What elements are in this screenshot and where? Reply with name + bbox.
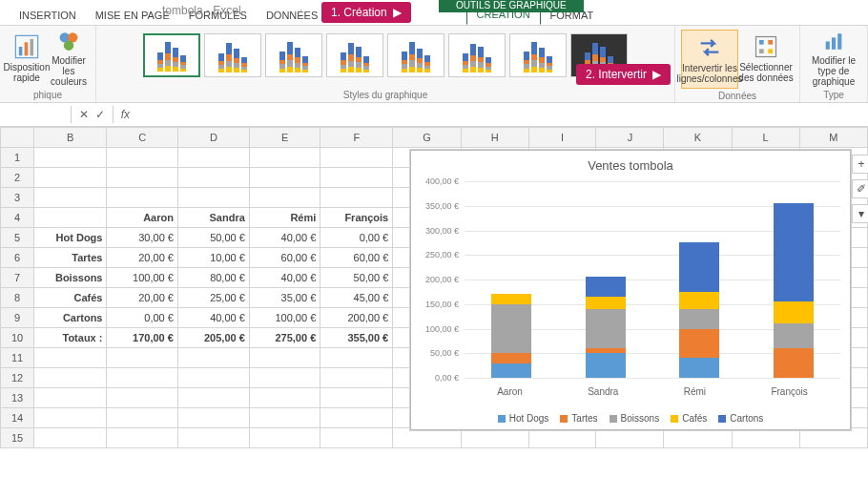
row-header[interactable]: 13 bbox=[1, 388, 34, 408]
chart-style-thumb[interactable] bbox=[265, 33, 322, 77]
cell[interactable]: 100,00 € bbox=[249, 308, 320, 328]
cell[interactable]: 45,00 € bbox=[320, 288, 393, 308]
cell[interactable] bbox=[107, 408, 177, 428]
cell[interactable] bbox=[249, 348, 320, 368]
cell[interactable] bbox=[177, 348, 249, 368]
cell[interactable]: François bbox=[320, 208, 393, 228]
chart-style-thumb[interactable] bbox=[326, 33, 383, 77]
chart-title[interactable]: Ventes tombola bbox=[411, 151, 850, 176]
bar-column[interactable] bbox=[679, 181, 719, 378]
legend-item[interactable]: Tartes bbox=[560, 413, 597, 424]
cell[interactable] bbox=[177, 428, 249, 448]
cell[interactable]: 100,00 € bbox=[107, 268, 177, 288]
cell[interactable]: 60,00 € bbox=[320, 248, 393, 268]
cell[interactable] bbox=[320, 168, 393, 188]
cell[interactable] bbox=[249, 408, 320, 428]
cell[interactable]: Cartons bbox=[34, 308, 107, 328]
cell[interactable] bbox=[320, 388, 393, 408]
fx-icon[interactable]: fx bbox=[121, 108, 130, 121]
cell[interactable] bbox=[177, 388, 249, 408]
column-header[interactable]: D bbox=[177, 128, 249, 148]
cell[interactable] bbox=[34, 168, 107, 188]
cell[interactable] bbox=[320, 148, 393, 168]
chart-plot-area[interactable]: 0,00 €50,00 €100,00 €150,00 €200,00 €250… bbox=[465, 181, 840, 378]
bar-segment[interactable] bbox=[586, 353, 626, 378]
cell[interactable] bbox=[34, 428, 107, 448]
bar-segment[interactable] bbox=[774, 301, 814, 323]
cell[interactable] bbox=[320, 188, 393, 208]
bar-segment[interactable] bbox=[679, 358, 719, 378]
bar-segment[interactable] bbox=[491, 304, 531, 354]
cell[interactable] bbox=[320, 348, 393, 368]
bar-segment[interactable] bbox=[774, 348, 814, 378]
cell[interactable] bbox=[596, 428, 664, 448]
cell[interactable] bbox=[249, 368, 320, 388]
bar-segment[interactable] bbox=[774, 203, 814, 301]
bar-segment[interactable] bbox=[679, 329, 719, 359]
column-header[interactable]: K bbox=[664, 128, 732, 148]
change-chart-type-button[interactable]: Modifier le type de graphique bbox=[806, 30, 861, 87]
cell[interactable] bbox=[249, 168, 320, 188]
cell[interactable]: 50,00 € bbox=[177, 228, 249, 248]
chart-style-thumb[interactable] bbox=[204, 33, 261, 77]
switch-row-column-button[interactable]: Intervertir les lignes/colonnes bbox=[681, 30, 738, 89]
bar-column[interactable] bbox=[491, 181, 531, 378]
cell[interactable]: 0,00 € bbox=[107, 308, 177, 328]
cell[interactable]: Sandra bbox=[177, 208, 249, 228]
row-header[interactable]: 6 bbox=[1, 248, 34, 268]
row-header[interactable]: 8 bbox=[1, 288, 34, 308]
cell[interactable] bbox=[177, 368, 249, 388]
chart-style-thumb[interactable] bbox=[143, 33, 200, 77]
bar-segment[interactable] bbox=[679, 309, 719, 329]
cell[interactable] bbox=[34, 188, 107, 208]
confirm-icon[interactable]: ✓ bbox=[95, 108, 105, 121]
select-data-button[interactable]: Sélectionner des données bbox=[738, 30, 794, 87]
bar-segment[interactable] bbox=[491, 363, 531, 378]
cell[interactable] bbox=[320, 408, 393, 428]
column-header[interactable]: I bbox=[528, 128, 596, 148]
cell[interactable]: Rémi bbox=[249, 208, 320, 228]
cell[interactable]: Aaron bbox=[107, 208, 177, 228]
cell[interactable]: 80,00 € bbox=[177, 268, 249, 288]
column-header[interactable]: C bbox=[107, 128, 177, 148]
cell[interactable] bbox=[732, 428, 799, 448]
cell[interactable]: 35,00 € bbox=[249, 288, 320, 308]
row-header[interactable]: 7 bbox=[1, 268, 34, 288]
chart-style-thumb[interactable] bbox=[448, 33, 506, 77]
cell[interactable]: 40,00 € bbox=[249, 228, 320, 248]
cell[interactable] bbox=[34, 348, 107, 368]
cell[interactable] bbox=[107, 348, 177, 368]
cell[interactable] bbox=[393, 428, 461, 448]
legend-item[interactable]: Cafés bbox=[671, 413, 707, 424]
formula-input[interactable] bbox=[135, 107, 862, 122]
cell[interactable]: 10,00 € bbox=[177, 248, 249, 268]
cell[interactable]: 20,00 € bbox=[107, 248, 177, 268]
chart-styles-gallery[interactable] bbox=[139, 30, 631, 88]
row-header[interactable]: 1 bbox=[1, 148, 34, 168]
cell[interactable] bbox=[34, 208, 107, 228]
cell[interactable]: Totaux : bbox=[34, 328, 107, 348]
cell[interactable]: 20,00 € bbox=[107, 288, 177, 308]
cell[interactable]: Tartes bbox=[34, 248, 107, 268]
row-header[interactable]: 2 bbox=[1, 168, 34, 188]
cell[interactable]: 355,00 € bbox=[320, 328, 393, 348]
cell[interactable]: 40,00 € bbox=[177, 308, 249, 328]
cell[interactable] bbox=[34, 388, 107, 408]
cell[interactable] bbox=[799, 428, 867, 448]
cell[interactable]: 25,00 € bbox=[177, 288, 249, 308]
column-header[interactable]: H bbox=[461, 128, 528, 148]
row-header[interactable]: 12 bbox=[1, 368, 34, 388]
cell[interactable] bbox=[34, 408, 107, 428]
worksheet[interactable]: BCDEFGHIJKLM1234AaronSandraRémiFrançois5… bbox=[0, 127, 868, 448]
cell[interactable] bbox=[34, 148, 107, 168]
cell[interactable]: 30,00 € bbox=[107, 228, 177, 248]
cell[interactable] bbox=[177, 168, 249, 188]
chart-style-thumb[interactable] bbox=[387, 33, 444, 77]
row-header[interactable]: 4 bbox=[1, 208, 34, 228]
bar-segment[interactable] bbox=[586, 297, 626, 309]
cell[interactable] bbox=[107, 428, 177, 448]
cell[interactable]: 275,00 € bbox=[249, 328, 320, 348]
bar-segment[interactable] bbox=[679, 242, 719, 292]
cell[interactable] bbox=[528, 428, 596, 448]
cell[interactable]: Boissons bbox=[34, 268, 107, 288]
